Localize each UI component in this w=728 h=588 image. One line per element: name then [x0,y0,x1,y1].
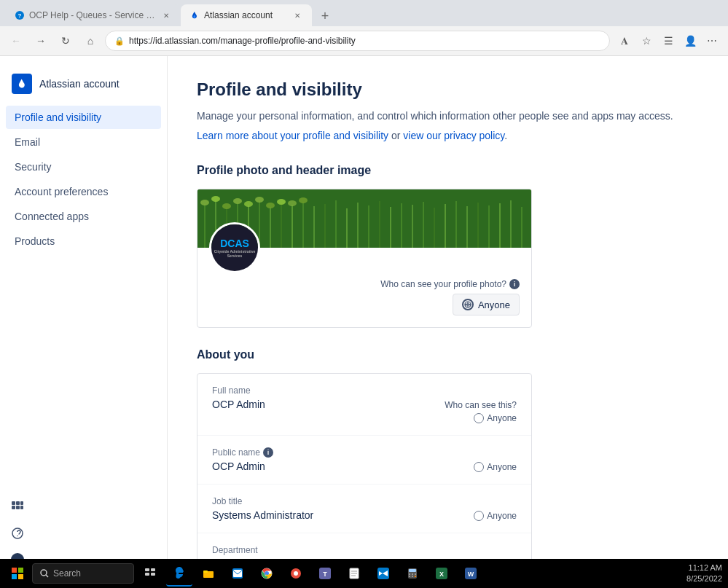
taskbar-file-explorer[interactable] [195,560,222,587]
taskbar-search[interactable]: Search [32,563,134,584]
sidebar-nav: Profile and visibility Email Security Ac… [0,106,167,253]
lock-icon: 🔒 [114,36,125,46]
profile-photo-card: DCAS Citywide Administrative Services Wh… [197,189,532,328]
taskbar-edge[interactable] [166,560,192,587]
sidebar-item-email-label: Email [15,136,40,148]
taskbar-word[interactable]: W [458,560,484,587]
taskbar-chrome[interactable] [254,560,280,587]
jobtitle-value[interactable]: Systems Administrator [212,509,462,521]
svg-rect-4 [20,501,23,505]
taskbar-right: 11:12 AM 8/25/2022 [686,562,722,585]
svg-rect-2 [12,501,15,505]
svg-point-8 [12,528,23,538]
account-button[interactable]: 👤 [680,31,700,51]
learn-more-link[interactable]: Learn more about your profile and visibi… [197,130,388,141]
sidebar-item-email[interactable]: Email [6,130,161,154]
svg-point-48 [266,203,275,208]
svg-rect-57 [18,574,23,579]
fullname-visibility: Who can see this? [433,385,517,410]
department-label: Department [212,545,462,555]
jobtitle-label: Job title [212,496,462,506]
info-icon-photo[interactable]: i [509,279,520,289]
taskbar-snagit[interactable] [283,560,309,587]
info-icon-publicname[interactable]: i [263,447,273,458]
sidebar-item-profile[interactable]: Profile and visibility [6,106,161,129]
taskbar-outlook[interactable] [224,560,251,587]
svg-point-43 [211,196,220,202]
tab-close-2[interactable]: ✕ [291,9,303,21]
svg-text:T: T [323,571,327,578]
read-aloud-button[interactable]: 𝐀 [614,31,635,51]
search-label: Search [53,568,81,579]
collections-button[interactable]: ☰ [658,31,678,51]
who-can-see-label: Who can see your profile photo? [380,279,506,289]
start-button[interactable] [6,562,29,585]
tab-title-1: OCP Help - Queues - Service pr... [29,10,156,20]
dcas-logo-text: DCAS [220,238,249,249]
sidebar-item-connected-apps[interactable]: Connected apps [6,205,161,228]
url-bar[interactable]: 🔒 https://id.atlassian.com/manage-profil… [105,31,610,51]
browser-actions: 𝐀 ☆ ☰ 👤 ⋯ [614,31,722,51]
taskbar-calculator[interactable] [399,560,426,587]
page-links: Learn more about your profile and visibi… [197,128,699,144]
sidebar-item-products[interactable]: Products [6,230,161,253]
tab-favicon-1: ? [15,10,25,20]
favorites-button[interactable]: ☆ [636,31,657,51]
sidebar-item-account-prefs[interactable]: Account preferences [6,180,161,203]
svg-rect-6 [16,506,20,509]
task-view-button[interactable] [137,560,163,587]
forward-button[interactable]: → [31,31,51,51]
home-button[interactable]: ⌂ [80,31,101,51]
svg-rect-84 [409,576,410,577]
new-tab-button[interactable]: + [315,6,335,26]
svg-rect-83 [415,573,416,575]
time-display: 11:12 AM [686,562,722,573]
taskbar-teams[interactable]: T [312,560,338,587]
help-icon-button[interactable] [6,522,29,545]
svg-text:?: ? [18,12,22,19]
fullname-who-can-see: Who can see this? [445,400,517,410]
taskbar-notepad[interactable] [341,560,367,587]
svg-rect-82 [412,573,413,575]
tab-title-2: Atlassian account [204,10,287,20]
fullname-value[interactable]: OCP Admin [212,399,433,410]
apps-icon-button[interactable] [6,495,29,519]
sidebar-item-connected-apps-label: Connected apps [15,211,89,222]
globe-icon-publicname [474,462,484,472]
profile-avatar[interactable]: DCAS Citywide Administrative Services [209,222,260,273]
sidebar-item-security[interactable]: Security [6,155,161,179]
svg-rect-86 [415,576,416,577]
about-card: Full name OCP Admin Who can see this? An… [197,373,532,588]
sidebar-item-products-label: Products [15,235,55,247]
tab-ocp-help[interactable]: ? OCP Help - Queues - Service pr... ✕ [6,4,181,26]
privacy-link[interactable]: view our privacy policy [403,130,504,141]
publicname-value[interactable]: OCP Admin [212,460,462,472]
svg-rect-63 [151,573,155,576]
address-bar: ← → ↻ ⌂ 🔒 https://id.atlassian.com/manag… [0,26,728,55]
svg-point-42 [200,200,209,205]
tab-close-1[interactable]: ✕ [160,9,172,21]
sidebar-item-profile-label: Profile and visibility [15,111,101,123]
svg-point-51 [299,197,308,203]
jobtitle-visibility: Anyone [462,496,517,521]
back-button[interactable]: ← [6,31,26,51]
taskbar-vscode[interactable] [370,560,396,587]
page-title: Profile and visibility [197,79,699,100]
about-row-jobtitle-inner: Job title Systems Administrator Anyone [212,496,517,521]
svg-rect-5 [12,506,15,509]
profile-photo-section-title: Profile photo and header image [197,164,699,177]
fullname-field: Full name OCP Admin [212,385,433,410]
visibility-badge-photo[interactable]: Anyone [453,294,520,315]
svg-point-46 [244,201,253,207]
taskbar-excel[interactable]: X [428,560,455,587]
svg-point-44 [222,203,231,209]
svg-rect-81 [409,573,410,575]
svg-point-49 [277,199,286,205]
tab-atlassian[interactable]: Atlassian account ✕ [181,4,312,26]
sidebar-item-account-prefs-label: Account preferences [15,186,108,197]
refresh-button[interactable]: ↻ [55,31,76,51]
svg-rect-55 [18,568,23,573]
svg-text:X: X [439,571,444,578]
svg-text:W: W [468,571,474,578]
settings-button[interactable]: ⋯ [702,31,722,51]
